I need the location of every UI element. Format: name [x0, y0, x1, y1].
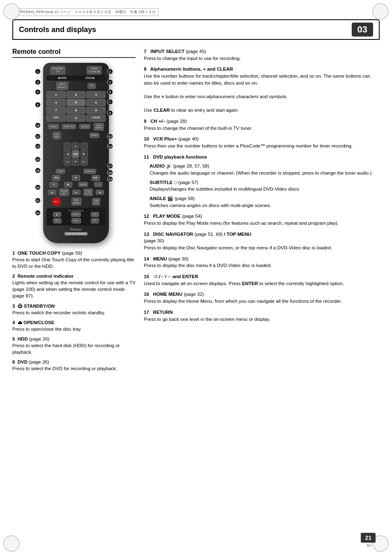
- section-title: Remote control: [12, 48, 136, 58]
- tv-ch-down-button[interactable]: CH-: [91, 218, 99, 223]
- ch-plus-button[interactable]: CH: [88, 83, 96, 88]
- audio-button[interactable]: AUDIO: [48, 124, 58, 129]
- angle-pageref: (page 58): [175, 196, 195, 201]
- after-rec-button[interactable]: AFTERREC: [59, 189, 69, 196]
- display-button[interactable]: DISPLAY: [83, 169, 96, 174]
- callout-3: 3: [35, 79, 41, 85]
- num-1[interactable]: 1: [46, 91, 66, 98]
- item-desc-8a: Use the number buttons for track/chapter…: [144, 74, 370, 85]
- step-slow2-button[interactable]: ⏭: [96, 190, 104, 195]
- play-button[interactable]: ▶: [72, 175, 80, 180]
- pause-button[interactable]: ⏸: [50, 182, 58, 187]
- item-desc-5: Press to select the hard disk (HDD) for …: [12, 343, 120, 355]
- num-4[interactable]: 4: [46, 99, 66, 106]
- fwd-scan-button[interactable]: ▶▶: [92, 175, 100, 180]
- item-num-14: 14 MENU: [144, 256, 167, 261]
- vcr-plus[interactable]: VCR+: [46, 115, 66, 122]
- open-close-button[interactable]: OPENCLOSE ⏏: [87, 66, 101, 74]
- rec-button[interactable]: REC: [52, 197, 61, 206]
- callout-15: 15: [35, 157, 41, 162]
- item-desc-13: Press to display the Disc Navigator scre…: [144, 245, 332, 250]
- rec-mode-button[interactable]: RECMODE: [71, 198, 82, 205]
- item-title-4: ⏏ OPEN/CLOSE: [18, 320, 55, 325]
- item-pageref-16: (page 32): [184, 292, 204, 297]
- callout-5: 5: [35, 89, 41, 95]
- clear-btn[interactable]: CLEAR: [86, 115, 106, 122]
- return-button[interactable]: RET: [81, 158, 88, 166]
- hdd-dvd-section: ◀ HDD DVD ▶: [46, 76, 106, 81]
- dpad-down[interactable]: ▼: [72, 158, 79, 166]
- item-title-1: ONE TOUCH COPY: [18, 251, 61, 256]
- subtitle-desc: Displays/changes the subtitles included …: [150, 187, 300, 191]
- desc-item-14: 14 MENU (page 30) Press to display the d…: [144, 256, 380, 269]
- audio-title: AUDIO 🔊: [150, 164, 172, 168]
- item-pageref-10: (page 40): [178, 136, 198, 141]
- enter-button[interactable]: ENT: [72, 150, 79, 158]
- dpad: ▲ ◀ ENT ▶ HM ▼ RET: [64, 143, 88, 166]
- home-menu-btn[interactable]: HM: [64, 158, 71, 166]
- rev-scan-button[interactable]: ◀◀: [52, 175, 60, 180]
- num-2[interactable]: 2: [67, 91, 86, 98]
- desc-item-4: 4 ⏏ OPEN/CLOSE Press to open/close the d…: [12, 319, 136, 332]
- hdd-label[interactable]: ◀ HDD: [58, 76, 67, 80]
- disc-nav-row: DISCNAVI MENU: [46, 132, 106, 139]
- corner-decoration-tr: [372, 3, 389, 20]
- time-slip-button[interactable]: TIMESLIP: [92, 198, 100, 205]
- standby-button[interactable]: STANDBYON: [51, 66, 65, 74]
- num-0[interactable]: 0: [67, 115, 86, 122]
- subtitle-title: SUBTITLE □: [150, 180, 177, 185]
- angle-title: ANGLE 🎬: [150, 196, 173, 201]
- step-slow-button[interactable]: STEPSLOW: [83, 189, 93, 196]
- prev-button[interactable]: |◀: [48, 190, 56, 195]
- item-desc-12: Press to display the Play Mode menu (for…: [144, 221, 339, 226]
- angle-button[interactable]: ANGLE: [79, 124, 90, 129]
- play-mode-button[interactable]: PLAYMODE: [94, 123, 104, 131]
- num-3[interactable]: 3: [86, 91, 106, 98]
- next-button[interactable]: ▶|: [72, 190, 81, 195]
- tv-vol-down-button[interactable]: VOL-: [53, 218, 62, 223]
- item-desc-2: Lights when setting up the remote contro…: [12, 280, 136, 298]
- tv-ch-up-button[interactable]: CH+: [91, 212, 99, 217]
- tv-input-button[interactable]: INPUT: [71, 212, 81, 217]
- dpad-up[interactable]: ▲: [72, 143, 79, 150]
- page-header: Controls and displays 03: [12, 19, 380, 40]
- desc-item-2: 2 Remote control indicator Lights when s…: [12, 273, 136, 299]
- dpad-right[interactable]: ▶: [81, 150, 88, 158]
- desc-item-16: 16 HOME MENU (page 32) Press to display …: [144, 291, 380, 304]
- item-desc-10: Press then use the number buttons to ent…: [144, 143, 353, 148]
- tv-vol-up-button[interactable]: VOL+: [71, 218, 81, 223]
- item-num-11: 11 DVD playback functions: [144, 154, 207, 159]
- subtitle-button[interactable]: SUBTITLE: [62, 124, 76, 129]
- step-button[interactable]: STEP: [56, 169, 65, 174]
- stop-button[interactable]: ⏹: [64, 182, 72, 187]
- content-area: Remote control STANDBYON OPENCLOSE ⏏: [12, 48, 380, 375]
- desc-item-8: 8 Alphanumeric buttons, + and CLEAR Use …: [144, 66, 380, 114]
- skip-button[interactable]: →|: [94, 182, 102, 187]
- callout-18: 18: [107, 170, 113, 175]
- menu-button[interactable]: MENU: [90, 133, 99, 138]
- tv-power-button[interactable]: ⏻: [53, 212, 61, 217]
- sub-item-audio: AUDIO 🔊 (page 28, 57, 58) Changes the au…: [150, 163, 380, 176]
- audio-desc: Changes the audio language or channel. (…: [150, 170, 371, 175]
- desc-item-17: 17 RETURN Press to go back one level in …: [144, 309, 380, 322]
- num-6[interactable]: 6: [86, 99, 106, 106]
- remote-container: STANDBYON OPENCLOSE ⏏ ◀ HDD DVD ▶: [35, 63, 113, 243]
- item-pageref-7: (page 45): [186, 49, 206, 54]
- display-row: STEP DISPLAY: [46, 169, 106, 174]
- dvd-label[interactable]: DVD ▶: [85, 76, 95, 80]
- audio-pageref: (page 28, 57, 58): [173, 164, 209, 168]
- back-button[interactable]: BACK: [78, 182, 88, 187]
- dpad-left[interactable]: ◀: [64, 150, 71, 158]
- callout-8: 8: [35, 102, 41, 108]
- num-8[interactable]: 8: [67, 107, 86, 114]
- item-desc-4: Press to open/close the disc tray.: [12, 327, 82, 332]
- desc-item-13: 13 DISC NAVIGATOR (page 51, 69) / TOP ME…: [144, 231, 380, 251]
- right-column: 7 INPUT SELECT (page 45) Press to change…: [144, 48, 380, 375]
- input-select-button[interactable]: INPUTSELECT: [56, 82, 68, 90]
- num-7[interactable]: 7: [46, 107, 66, 114]
- num-5[interactable]: 5: [67, 99, 86, 106]
- item-num-13: 13 DISC NAVIGATOR: [144, 232, 193, 237]
- num-9[interactable]: 9: [86, 107, 106, 114]
- disc-navigator-button[interactable]: DISCNAVI: [53, 132, 61, 139]
- callout-21: 21: [35, 198, 41, 203]
